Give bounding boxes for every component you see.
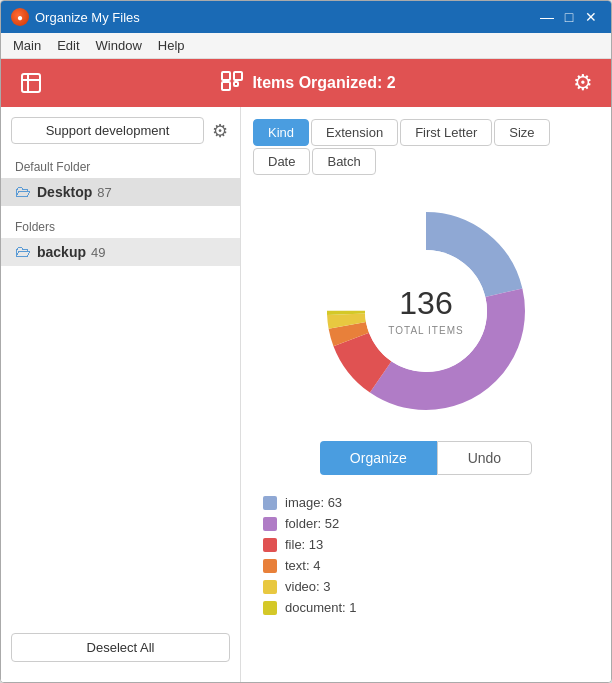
legend-item: text: 4 bbox=[263, 558, 589, 573]
sidebar-settings-icon: ⚙ bbox=[212, 120, 228, 142]
legend-color-box bbox=[263, 538, 277, 552]
folder-icon: 🗁 bbox=[15, 183, 31, 201]
backup-folder-count: 49 bbox=[91, 245, 105, 260]
title-bar-left: ● Organize My Files bbox=[11, 8, 140, 26]
desktop-folder-name: Desktop bbox=[37, 184, 92, 200]
window-title: Organize My Files bbox=[35, 10, 140, 25]
menu-item-window[interactable]: Window bbox=[88, 36, 150, 55]
svg-rect-0 bbox=[222, 72, 230, 80]
menu-item-main[interactable]: Main bbox=[5, 36, 49, 55]
folder-backup[interactable]: 🗁 backup 49 bbox=[1, 238, 240, 266]
legend-label: document: 1 bbox=[285, 600, 357, 615]
action-buttons: Organize Undo bbox=[253, 441, 599, 475]
sidebar-support-row: Support development ⚙ bbox=[11, 117, 230, 144]
legend-color-box bbox=[263, 517, 277, 531]
toolbar-settings-button[interactable]: ⚙ bbox=[569, 66, 597, 100]
settings-icon: ⚙ bbox=[573, 70, 593, 96]
tabs-bar: KindExtensionFirst LetterSizeDateBatch bbox=[253, 119, 599, 175]
legend-item: document: 1 bbox=[263, 600, 589, 615]
legend-label: video: 3 bbox=[285, 579, 331, 594]
toolbar-center: Items Organized: 2 bbox=[220, 70, 395, 96]
sidebar-bottom: Deselect All bbox=[1, 623, 240, 672]
tab-kind[interactable]: Kind bbox=[253, 119, 309, 146]
default-folder-desktop[interactable]: 🗁 Desktop 87 bbox=[1, 178, 240, 206]
menu-bar: MainEditWindowHelp bbox=[1, 33, 611, 59]
desktop-folder-count: 87 bbox=[97, 185, 111, 200]
legend-label: image: 63 bbox=[285, 495, 342, 510]
tab-extension[interactable]: Extension bbox=[311, 119, 398, 146]
minimize-button[interactable]: — bbox=[537, 7, 557, 27]
legend-color-box bbox=[263, 559, 277, 573]
legend-label: file: 13 bbox=[285, 537, 323, 552]
svg-rect-3 bbox=[234, 82, 238, 86]
maximize-button[interactable]: □ bbox=[559, 7, 579, 27]
legend-color-box bbox=[263, 580, 277, 594]
organize-button[interactable]: Organize bbox=[320, 441, 437, 475]
sidebar-settings-button[interactable]: ⚙ bbox=[210, 118, 230, 144]
legend-color-box bbox=[263, 496, 277, 510]
main-panel: KindExtensionFirst LetterSizeDateBatch bbox=[241, 107, 611, 682]
tab-batch[interactable]: Batch bbox=[312, 148, 375, 175]
chart-container: 136 TOTAL ITEMS bbox=[253, 201, 599, 421]
window-controls: — □ ✕ bbox=[537, 7, 601, 27]
app-icon: ● bbox=[11, 8, 29, 26]
undo-button[interactable]: Undo bbox=[437, 441, 532, 475]
title-bar: ● Organize My Files — □ ✕ bbox=[1, 1, 611, 33]
menu-item-edit[interactable]: Edit bbox=[49, 36, 87, 55]
content-area: Support development ⚙ Default Folder 🗁 D… bbox=[1, 107, 611, 682]
backup-folder-name: backup bbox=[37, 244, 86, 260]
close-button[interactable]: ✕ bbox=[581, 7, 601, 27]
deselect-all-button[interactable]: Deselect All bbox=[11, 633, 230, 662]
legend: image: 63folder: 52file: 13text: 4video:… bbox=[253, 495, 599, 615]
legend-label: folder: 52 bbox=[285, 516, 339, 531]
tab-size[interactable]: Size bbox=[494, 119, 549, 146]
items-icon bbox=[220, 70, 244, 96]
export-button[interactable] bbox=[15, 67, 47, 99]
total-count: 136 bbox=[388, 285, 463, 322]
support-development-button[interactable]: Support development bbox=[11, 117, 204, 144]
backup-folder-icon: 🗁 bbox=[15, 243, 31, 261]
menu-item-help[interactable]: Help bbox=[150, 36, 193, 55]
legend-item: folder: 52 bbox=[263, 516, 589, 531]
toolbar: Items Organized: 2 ⚙ bbox=[1, 59, 611, 107]
legend-item: video: 3 bbox=[263, 579, 589, 594]
tab-first-letter[interactable]: First Letter bbox=[400, 119, 492, 146]
tab-date[interactable]: Date bbox=[253, 148, 310, 175]
legend-item: file: 13 bbox=[263, 537, 589, 552]
items-organized-label: Items Organized: 2 bbox=[252, 74, 395, 92]
donut-center: 136 TOTAL ITEMS bbox=[388, 285, 463, 337]
svg-rect-2 bbox=[222, 82, 230, 90]
total-label: TOTAL ITEMS bbox=[388, 325, 463, 336]
folders-section-label: Folders bbox=[1, 216, 240, 238]
svg-rect-1 bbox=[234, 72, 242, 80]
legend-color-box bbox=[263, 601, 277, 615]
legend-item: image: 63 bbox=[263, 495, 589, 510]
default-folder-label: Default Folder bbox=[1, 156, 240, 178]
app-window: ● Organize My Files — □ ✕ MainEditWindow… bbox=[0, 0, 612, 683]
sidebar: Support development ⚙ Default Folder 🗁 D… bbox=[1, 107, 241, 682]
legend-label: text: 4 bbox=[285, 558, 320, 573]
